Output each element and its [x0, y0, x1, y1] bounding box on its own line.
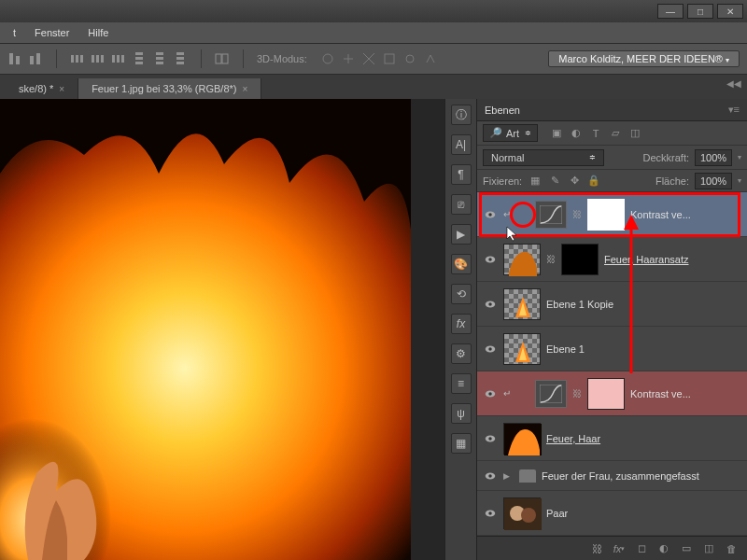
3d-icon[interactable]	[382, 51, 397, 66]
layer-thumb[interactable]	[503, 333, 541, 365]
link-icon[interactable]: ⛓	[546, 254, 556, 264]
sliders-icon[interactable]: ≡	[451, 373, 472, 394]
connect-icon[interactable]: ψ	[451, 403, 472, 424]
layer-row[interactable]: Ebene 1 Kopie	[477, 282, 747, 327]
link-icon[interactable]: ⛓	[572, 388, 582, 399]
layer-filter-select[interactable]: 🔎 Art ≑	[483, 124, 538, 142]
layer-name[interactable]: Ebene 1	[546, 343, 741, 355]
layer-row[interactable]: Ebene 1	[477, 327, 747, 371]
character-icon[interactable]: A|	[451, 134, 472, 155]
menu-hilfe[interactable]: Hilfe	[78, 24, 118, 41]
menu-fenster[interactable]: Fenster	[25, 24, 78, 41]
visibility-icon[interactable]	[483, 207, 498, 222]
distribute-icon[interactable]	[132, 51, 147, 66]
distribute-icon[interactable]	[91, 51, 106, 66]
auto-align-icon[interactable]	[215, 51, 230, 66]
filter-smart-icon[interactable]: ◫	[627, 126, 642, 141]
3d-icon[interactable]	[361, 51, 376, 66]
layer-row[interactable]: ▶ Feuer der Frau, zusammengefasst	[477, 461, 747, 491]
paragraph-icon[interactable]: ¶	[451, 164, 472, 185]
distribute-icon[interactable]	[152, 51, 167, 66]
fx-icon[interactable]: fx▾	[613, 542, 626, 555]
delete-icon[interactable]: 🗑	[725, 542, 738, 555]
lock-move-icon[interactable]: ✥	[567, 174, 582, 189]
distribute-icon[interactable]	[70, 51, 85, 66]
svg-rect-18	[156, 62, 163, 64]
close-icon[interactable]: ×	[59, 84, 64, 94]
layer-name[interactable]: Paar	[546, 508, 741, 519]
opacity-field[interactable]: 100%	[695, 149, 732, 166]
layer-row[interactable]: ↵ ⛓ Kontrast ve...	[477, 371, 747, 416]
layer-thumb[interactable]	[503, 497, 541, 529]
3d-icon[interactable]	[402, 51, 417, 66]
mask-thumb[interactable]	[587, 199, 625, 231]
layer-name[interactable]: Feuer der Frau, zusammengefasst	[542, 470, 741, 482]
mask-thumb[interactable]	[587, 378, 625, 410]
visibility-icon[interactable]	[483, 342, 498, 357]
tab-doc-2[interactable]: Feuer 1.jpg bei 33,3% (RGB/8*)×	[78, 78, 261, 99]
minimize-button[interactable]: —	[657, 4, 684, 19]
adjustment-thumb[interactable]	[535, 380, 567, 408]
menu-item[interactable]: t	[4, 24, 25, 41]
tab-doc-1[interactable]: ske/8) *×	[6, 78, 78, 99]
new-layer-icon[interactable]: ◫	[702, 542, 715, 555]
workspace-select[interactable]: Marco Kolditz, MEER DER IDEEN® ▾	[548, 50, 740, 67]
align-icon[interactable]	[28, 51, 43, 66]
close-button[interactable]: ✕	[717, 4, 743, 19]
visibility-icon[interactable]	[483, 297, 498, 312]
layer-name[interactable]: Ebene 1 Kopie	[546, 299, 741, 310]
layer-thumb[interactable]	[503, 288, 541, 320]
swatches-icon[interactable]: ▦	[451, 433, 472, 454]
adjustment-icon[interactable]: ◐	[657, 542, 670, 555]
blend-mode-select[interactable]: Normal≑	[483, 149, 604, 166]
filter-type-icon[interactable]: T	[588, 126, 603, 141]
canvas[interactable]	[0, 99, 411, 560]
layer-row[interactable]: Paar	[477, 491, 747, 536]
visibility-icon[interactable]	[483, 506, 498, 521]
link-layers-icon[interactable]: ⛓	[590, 542, 603, 555]
actions-icon[interactable]: ⚙	[451, 343, 472, 364]
layer-name[interactable]: Kontrast ve...	[630, 209, 741, 220]
maximize-button[interactable]: □	[687, 4, 713, 19]
mask-icon[interactable]: ◻	[635, 542, 648, 555]
3d-icon[interactable]	[320, 51, 335, 66]
close-icon[interactable]: ×	[242, 84, 247, 94]
visibility-icon[interactable]	[483, 431, 498, 446]
visibility-icon[interactable]	[483, 252, 498, 267]
layer-row[interactable]: ⛓ Feuer, Haaransatz	[477, 237, 747, 282]
visibility-icon[interactable]	[483, 386, 498, 401]
layer-name[interactable]: Feuer, Haaransatz	[604, 254, 741, 265]
align-icon[interactable]	[7, 51, 22, 66]
fill-field[interactable]: 100%	[695, 173, 732, 189]
link-icon[interactable]: ⛓	[572, 209, 582, 219]
distribute-icon[interactable]	[173, 51, 188, 66]
mask-thumb[interactable]	[561, 244, 599, 275]
filter-adjustment-icon[interactable]: ◐	[569, 126, 584, 141]
info-icon[interactable]: ⓘ	[451, 105, 472, 125]
expand-icon[interactable]: ▶	[503, 471, 510, 481]
filter-pixel-icon[interactable]: ▣	[549, 126, 564, 141]
collapse-icon[interactable]: ◀◀	[726, 78, 741, 89]
lock-brush-icon[interactable]: ✎	[547, 174, 562, 189]
3d-icon[interactable]	[423, 51, 438, 66]
visibility-icon[interactable]	[483, 469, 498, 483]
adjustment-thumb[interactable]	[535, 201, 567, 229]
distribute-icon[interactable]	[111, 51, 126, 66]
layer-name[interactable]: Kontrast ve...	[630, 388, 741, 399]
lock-pixels-icon[interactable]: ▦	[528, 174, 543, 189]
layer-name[interactable]: Feuer, Haar	[546, 433, 741, 444]
color-icon[interactable]: 🎨	[451, 254, 472, 274]
lock-all-icon[interactable]: 🔒	[586, 174, 601, 189]
3d-icon[interactable]	[341, 51, 356, 66]
layer-thumb[interactable]	[503, 244, 541, 275]
panel-menu-icon[interactable]: ▾≡	[728, 104, 740, 116]
adjustments-icon[interactable]: ⎚	[451, 194, 472, 215]
styles-icon[interactable]: fx	[451, 314, 472, 334]
layer-row[interactable]: Feuer, Haar	[477, 416, 747, 461]
navigator-icon[interactable]: ▶	[451, 224, 472, 245]
filter-shape-icon[interactable]: ▱	[608, 126, 623, 141]
canvas-area[interactable]	[0, 99, 444, 560]
history-icon[interactable]: ⟲	[451, 284, 472, 304]
group-icon[interactable]: ▭	[680, 542, 693, 555]
layer-thumb[interactable]	[503, 423, 541, 455]
